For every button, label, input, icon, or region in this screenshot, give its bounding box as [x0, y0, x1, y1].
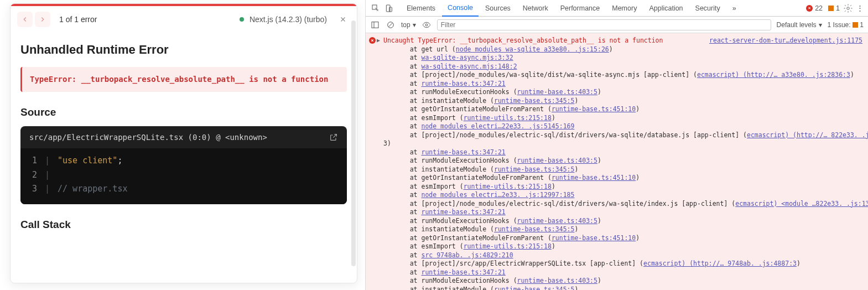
stack-frame-link[interactable]: runtime-utils.ts:215:18: [464, 114, 552, 122]
stack-frame: at getOrInstantiateModuleFromParent (run…: [383, 105, 864, 114]
code-token: "use client": [58, 156, 117, 165]
source-file-header: src/app/ElectricWrapperSQLite.tsx (0:0) …: [20, 126, 347, 148]
kebab-menu-icon[interactable]: ⋮: [854, 4, 866, 12]
stack-frame-link[interactable]: ecmascript) <module …822e33. .js:13003:3: [735, 200, 868, 208]
error-type: TypeError:: [30, 75, 81, 84]
stack-frame-link[interactable]: runtime-base.ts:345:5: [494, 165, 574, 173]
warning-count: 1: [836, 4, 840, 12]
inspect-icon[interactable]: [371, 4, 380, 13]
log-levels-selector[interactable]: Default levels ▾: [777, 21, 822, 29]
live-expression-icon[interactable]: [422, 20, 432, 30]
close-overlay-button[interactable]: [337, 13, 349, 25]
stack-frame: at runtime-base.ts:347:21: [383, 148, 864, 157]
stack-frame-link[interactable]: wa-sqlite-async.mjs:148:2: [421, 63, 517, 70]
tab-network[interactable]: Network: [517, 0, 554, 16]
status-dot-icon: [240, 17, 244, 22]
stack-frame: at runModuleExecutionHooks (runtime-base…: [383, 277, 864, 286]
stack-frame-link[interactable]: node modules electri…22e33. .js:5145:169: [421, 122, 574, 130]
console-output[interactable]: ×▶react-server-dom-tur…development.js:11…: [366, 33, 868, 290]
error-counter: 1 of 1 error: [59, 15, 97, 24]
stack-frame: at runModuleExecutionHooks (runtime-base…: [383, 157, 864, 165]
nextjs-error-overlay-pane: 1 of 1 error Next.js (14.2.3) (turbo) Un…: [0, 0, 365, 290]
scrollbar[interactable]: [351, 20, 356, 266]
chevron-down-icon: ▾: [413, 21, 416, 29]
chevron-left-icon: [21, 15, 29, 23]
stack-frame: at runtime-base.ts:347:21: [383, 80, 864, 89]
tab-console[interactable]: Console: [442, 1, 479, 17]
stack-frame-link[interactable]: runtime-base.ts:403:5: [517, 157, 597, 164]
stack-frame: 3): [383, 139, 864, 148]
error-count-badge[interactable]: ×22: [804, 4, 825, 12]
close-icon: [339, 15, 347, 23]
tab-memory[interactable]: Memory: [606, 0, 642, 16]
open-external-button[interactable]: [329, 133, 338, 142]
clear-console-icon[interactable]: [386, 20, 396, 30]
stack-frame-link[interactable]: runtime-base.ts:347:21: [421, 80, 505, 87]
console-sidebar-toggle-icon[interactable]: [370, 20, 380, 30]
device-toggle-icon[interactable]: [384, 4, 393, 13]
stack-frame: at src 9748ab. .js:4829:210: [383, 251, 864, 260]
error-count: 22: [815, 4, 823, 12]
warning-count-badge[interactable]: 1: [826, 4, 842, 12]
code-line: 1 | "use client";: [27, 154, 340, 168]
stack-frame-link[interactable]: runtime-base.ts:403:5: [517, 217, 597, 225]
stack-frame-link[interactable]: runtime-base.ts:451:10: [552, 234, 636, 242]
line-number: 3: [27, 182, 37, 196]
tab-more[interactable]: »: [727, 0, 742, 16]
stack-frame-link[interactable]: wa-sqlite-async.mjs:3:32: [421, 54, 513, 61]
svg-point-6: [425, 24, 428, 26]
stack-frame-link[interactable]: runtime-utils.ts:215:18: [464, 183, 552, 190]
stack-frame-link[interactable]: 3: [383, 139, 387, 147]
devtools-tab-bar: Elements Console Sources Network Perform…: [366, 0, 868, 17]
console-source-link[interactable]: react-server-dom-tur…development.js:1175: [709, 37, 862, 45]
tab-application[interactable]: Application: [643, 0, 688, 16]
tab-sources[interactable]: Sources: [480, 0, 516, 16]
stack-frame-link[interactable]: node modules wa-sqlite a33e80. .js:15:26: [456, 45, 609, 53]
stack-frame-link[interactable]: src 9748ab. .js:4829:210: [421, 251, 513, 259]
stack-frame: at [project]/node_modules/electric-sql/d…: [383, 131, 864, 140]
stack-frame-link[interactable]: ecmascript) (http://… 822e33. .js:5216:: [747, 131, 868, 139]
stack-frame-link[interactable]: ecmascript) (http://… 9748ab. .js:4887:3: [643, 260, 797, 267]
stack-frame: at node modules electri…22e33. .js:5145:…: [383, 122, 864, 131]
stack-frame-link[interactable]: runtime-base.ts:347:21: [421, 148, 505, 156]
devtools-pane: Elements Console Sources Network Perform…: [365, 0, 868, 290]
error-overlay-card: 1 of 1 error Next.js (14.2.3) (turbo) Un…: [10, 3, 357, 283]
stack-frame-link[interactable]: runtime-base.ts:403:5: [517, 277, 597, 284]
stack-frame-link[interactable]: runtime-base.ts:345:5: [494, 286, 574, 290]
stack-frame: at instantiateModule (runtime-base.ts:34…: [383, 225, 864, 234]
stack-frame-link[interactable]: runtime-base.ts:451:10: [552, 105, 636, 113]
error-nav-buttons: [17, 12, 50, 27]
stack-frame-link[interactable]: runtime-base.ts:451:10: [552, 174, 636, 182]
prev-error-button[interactable]: [17, 12, 33, 27]
stack-frame-link[interactable]: runtime-base.ts:347:21: [421, 208, 505, 216]
stack-frame-link[interactable]: runtime-base.ts:345:5: [494, 97, 574, 105]
stack-frame: at [project]/node_modules/electric-sql/d…: [383, 200, 864, 209]
console-filter-input[interactable]: [437, 19, 771, 30]
stack-frame-link[interactable]: runtime-base.ts:347:21: [421, 268, 505, 276]
line-number: 1: [27, 154, 37, 168]
error-overlay-body: Unhandled Runtime Error TypeError: __tur…: [11, 33, 357, 283]
stack-frame: at get url (node modules wa-sqlite a33e8…: [383, 45, 864, 54]
settings-icon[interactable]: [843, 3, 853, 13]
stack-frame: at runModuleExecutionHooks (runtime-base…: [383, 88, 864, 97]
console-error-message[interactable]: ×▶react-server-dom-tur…development.js:11…: [366, 35, 868, 290]
next-error-button[interactable]: [35, 12, 50, 27]
external-link-icon: [329, 133, 338, 142]
stack-frame-link[interactable]: runtime-base.ts:345:5: [494, 225, 574, 233]
issues-label[interactable]: 1 Issue: 1: [828, 21, 864, 29]
tab-performance[interactable]: Performance: [555, 0, 606, 16]
context-selector[interactable]: top ▾: [401, 21, 416, 29]
stack-frame: at instantiateModule (runtime-base.ts:34…: [383, 165, 864, 174]
svg-rect-4: [372, 22, 378, 28]
stack-frame-link[interactable]: runtime-utils.ts:215:18: [464, 242, 552, 250]
tab-elements[interactable]: Elements: [401, 0, 441, 16]
callstack-section-header: Call Stack: [20, 219, 347, 231]
stack-frame-link[interactable]: runtime-base.ts:403:5: [517, 88, 597, 96]
stack-frame: at [project]/node_modules/wa-sqlite/dist…: [383, 71, 864, 80]
stack-frame: at runtime-base.ts:347:21: [383, 208, 864, 217]
stack-frame-link[interactable]: ecmascript) (http://… a33e80. .js:2836:3: [697, 71, 850, 79]
expand-toggle-icon[interactable]: ▶: [377, 37, 380, 44]
stack-frame-link[interactable]: node modules electri…2e33. .js:12997:185: [421, 191, 574, 199]
tab-security[interactable]: Security: [690, 0, 726, 16]
stack-frame: at esmImport (runtime-utils.ts:215:18): [383, 114, 864, 123]
